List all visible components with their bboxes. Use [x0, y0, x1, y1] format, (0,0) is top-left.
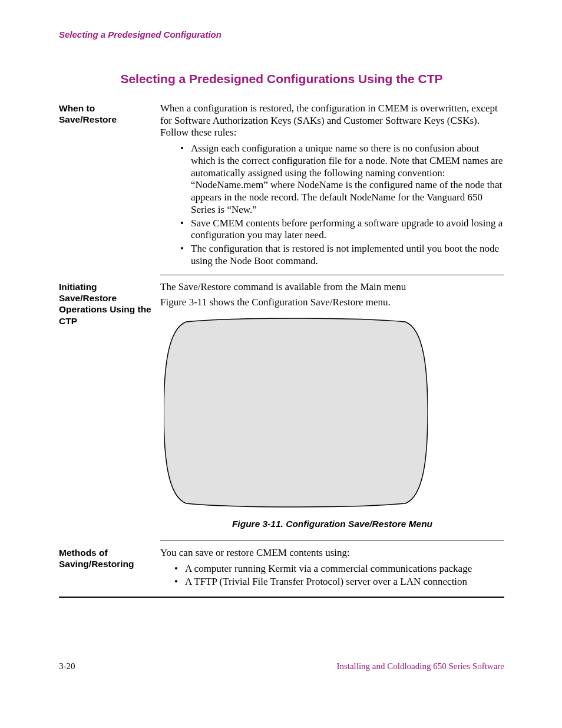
list-item: A TFTP (Trivial File Transfer Protocol) … [174, 576, 504, 588]
doc-name: Installing and Coldloading 650 Series So… [336, 661, 504, 671]
when-intro: When a configuration is restored, the co… [160, 103, 504, 139]
when-bullets: Assign each configuration a unique name … [160, 143, 504, 267]
section-methods: Methods of Saving/Restoring You can save… [59, 547, 504, 591]
divider [160, 275, 504, 275]
methods-intro: You can save or restore CMEM contents us… [160, 547, 504, 559]
figure-caption: Figure 3-11. Configuration Save/Restore … [160, 519, 504, 530]
section-when-to-save: When to Save/Restore When a configuratio… [59, 103, 504, 270]
list-item: Assign each configuration a unique name … [180, 143, 504, 216]
side-label-initiating: Initiating Save/Restore Operations Using… [59, 281, 160, 327]
page-title: Selecting a Predesigned Configurations U… [59, 72, 504, 86]
divider-full [59, 597, 504, 598]
side-label-when: When to Save/Restore [59, 103, 160, 126]
figure-wrap: Figure 3-11. Configuration Save/Restore … [160, 317, 504, 530]
footer: 3-20 Installing and Coldloading 650 Seri… [59, 661, 504, 671]
body-initiating: The Save/Restore command is available fr… [160, 281, 504, 536]
initiating-p2: Figure 3-11 shows the Configuration Save… [160, 297, 504, 309]
running-header: Selecting a Predesigned Configuration [59, 29, 504, 39]
section-initiating: Initiating Save/Restore Operations Using… [59, 281, 504, 536]
crt-screen-icon [164, 317, 428, 508]
initiating-p1: The Save/Restore command is available fr… [160, 281, 504, 294]
body-methods: You can save or restore CMEM contents us… [160, 547, 504, 591]
side-label-methods: Methods of Saving/Restoring [59, 547, 160, 570]
body-when: When a configuration is restored, the co… [160, 103, 504, 270]
divider [160, 541, 504, 541]
methods-bullets: A computer running Kermit via a commerci… [160, 563, 504, 588]
list-item: Save CMEM contents before performing a s… [180, 218, 504, 242]
page-number: 3-20 [59, 661, 75, 671]
list-item: A computer running Kermit via a commerci… [174, 563, 504, 575]
page: Selecting a Predesigned Configuration Se… [0, 0, 562, 728]
list-item: The configuration that is restored is no… [180, 243, 504, 267]
